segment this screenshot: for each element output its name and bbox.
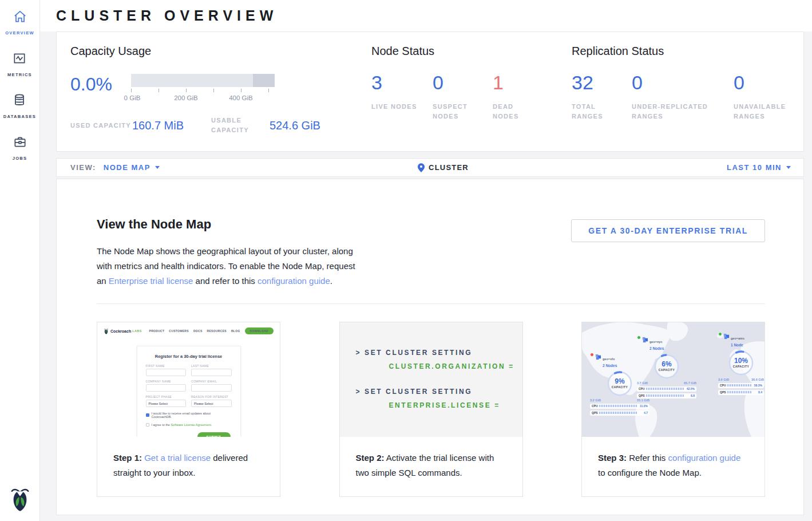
capacity-label: CAPACITY	[653, 368, 680, 372]
qps-label: QPS	[720, 390, 727, 394]
sidebar-item-label: JOBS	[13, 156, 27, 161]
capacity-gauge: 0 GiB 200 GiB 400 GiB	[131, 72, 275, 103]
nodes-icon	[595, 354, 601, 360]
breadcrumb[interactable]: CLUSTER	[160, 163, 727, 172]
tick-label: 0 GiB	[124, 94, 141, 101]
page-title: CLUSTER OVERVIEW	[56, 7, 278, 24]
configuration-guide-link[interactable]: configuration guide	[668, 453, 741, 463]
total-capacity: 36.6 GiB	[751, 378, 764, 381]
sidebar: OVERVIEW METRICS DATABASES	[0, 0, 40, 521]
capacity-gauge-reserved-segment	[253, 74, 275, 87]
sql-setting: ENTERPRISE.LICENSE =	[389, 401, 522, 409]
step1-card: Cockroach LABS PRODUCT CUSTOMERS DOCS RE…	[97, 322, 280, 497]
description-text: .	[330, 276, 332, 286]
divider	[97, 303, 765, 304]
locality-node-count: 2 Nodes	[603, 364, 617, 368]
checkbox-unchecked	[146, 423, 149, 427]
capacity-usage-section: Capacity Usage 0.0% 0 GiB 200 GiB 400 Gi…	[70, 45, 371, 151]
capacity-label: CAPACITY	[606, 385, 633, 389]
mini-site-nav: PRODUCT CUSTOMERS DOCS RESOURCES BLOG DO…	[145, 327, 274, 334]
database-icon	[12, 93, 27, 110]
cpu-bar	[646, 388, 684, 390]
sql-prompt: > SET CLUSTER SETTING	[356, 388, 522, 396]
capacity-percent: 10%	[727, 357, 755, 365]
step2-label: Step 2:	[356, 453, 385, 463]
qps-bar	[646, 394, 684, 397]
view-dropdown[interactable]: NODE MAP	[104, 163, 160, 172]
cockroachdb-logo	[9, 486, 31, 514]
capacity-percent: 9%	[606, 377, 633, 385]
locality-nyc: geo=nyc 2 Nodes 6% CAPACITY	[637, 335, 696, 398]
capacity-gauge-ticks	[131, 89, 275, 94]
sidebar-item-databases[interactable]: DATABASES	[3, 93, 36, 119]
nav-item: RESOURCES	[207, 329, 227, 333]
sidebar-item-label: OVERVIEW	[5, 30, 34, 35]
description-text: and refer to this	[193, 276, 258, 286]
view-label: VIEW:	[70, 163, 96, 172]
live-nodes-label: LIVE NODES	[371, 102, 417, 112]
checkbox-checked	[146, 413, 149, 417]
top-bar: CLUSTER OVERVIEW	[40, 0, 812, 31]
map-pin-icon	[418, 163, 425, 172]
status-dot-green	[718, 332, 722, 336]
nodes-icon	[642, 337, 648, 343]
time-range-dropdown[interactable]: LAST 10 MIN	[727, 163, 791, 172]
cluster-summary-panel: Capacity Usage 0.0% 0 GiB 200 GiB 400 Gi…	[56, 31, 804, 152]
total-ranges-label: TOTAL RANGES	[572, 102, 617, 121]
configuration-guide-link[interactable]: configuration guide	[258, 276, 330, 286]
sql-prompt: > SET CLUSTER SETTING	[356, 349, 522, 357]
chevron-down-icon	[786, 166, 791, 169]
home-icon	[13, 9, 27, 26]
license-agreement-link: Software License Agreement.	[171, 423, 212, 427]
dead-nodes-label: DEAD NODES	[493, 102, 538, 121]
enterprise-trial-button[interactable]: GET A 30-DAY ENTERPRISE TRIAL	[571, 219, 765, 242]
under-replicated-ranges-value: 0	[632, 72, 734, 94]
step1-label: Step 1:	[113, 453, 142, 463]
sidebar-item-jobs[interactable]: JOBS	[13, 135, 27, 161]
node-map-panel: View the Node Map The Node Map shows the…	[56, 179, 804, 515]
sidebar-item-label: METRICS	[7, 72, 32, 77]
sidebar-item-overview[interactable]: OVERVIEW	[5, 9, 34, 35]
step3-label: Step 3:	[598, 453, 627, 463]
used-capacity-label: USED CAPACITY	[70, 121, 132, 131]
total-capacity: 65.7 GiB	[684, 381, 696, 385]
enterprise-trial-license-link[interactable]: Enterprise trial license	[109, 276, 193, 286]
suspect-nodes-stat: 0 SUSPECT NODES	[433, 72, 493, 121]
used-capacity: 3.2 GiB	[590, 398, 601, 402]
total-capacity: 55.1 GiB	[637, 398, 649, 402]
usable-capacity-label: USABLE CAPACITY	[211, 116, 270, 135]
under-replicated-ranges-stat: 0 UNDER-REPLICATED RANGES	[632, 72, 734, 121]
locality-name: geo=nyc	[649, 340, 662, 344]
get-trial-license-link[interactable]: Get a trial license	[144, 453, 211, 463]
cpu-label: CPU	[639, 387, 646, 390]
replication-status-title: Replication Status	[572, 45, 803, 58]
dead-nodes-value: 1	[493, 72, 538, 94]
sql-setting: CLUSTER.ORGANIZATION =	[389, 362, 522, 370]
capacity-label: CAPACITY	[727, 365, 755, 368]
qps-bar	[599, 412, 637, 414]
field-label: FIRST NAME	[146, 364, 187, 368]
sidebar-item-metrics[interactable]: METRICS	[7, 51, 32, 77]
first-name-field	[146, 369, 187, 376]
last-name-field	[191, 369, 232, 376]
suspect-nodes-value: 0	[433, 72, 493, 94]
cpu-label: CPU	[592, 404, 599, 408]
used-capacity: 3.7 GiB	[637, 381, 648, 385]
total-ranges-value: 32	[572, 72, 632, 94]
capacity-percent-value: 0.0%	[70, 72, 131, 103]
live-nodes-stat: 3 LIVE NODES	[371, 72, 433, 121]
locality-node-count: 1 Node	[731, 343, 744, 347]
step1-caption: Step 1: Get a trial license delivered st…	[97, 437, 280, 496]
cpu-value: 42.5%	[686, 387, 695, 390]
replication-status-section: Replication Status 32 TOTAL RANGES 0 UND…	[572, 45, 803, 151]
sidebar-item-label: DATABASES	[3, 114, 36, 119]
capacity-donut: 6% CAPACITY	[653, 353, 680, 380]
metrics-chart-icon	[12, 51, 27, 68]
cpu-value: 58.3%	[753, 384, 762, 387]
qps-value: 8.8	[686, 394, 695, 397]
used-capacity-value: 160.7 MiB	[132, 119, 211, 132]
step3-caption: Step 3: Refer this configuration guide t…	[582, 437, 765, 496]
briefcase-icon	[13, 135, 27, 152]
step3-text: Refer this	[627, 453, 668, 463]
dead-nodes-stat: 1 DEAD NODES	[493, 72, 538, 121]
